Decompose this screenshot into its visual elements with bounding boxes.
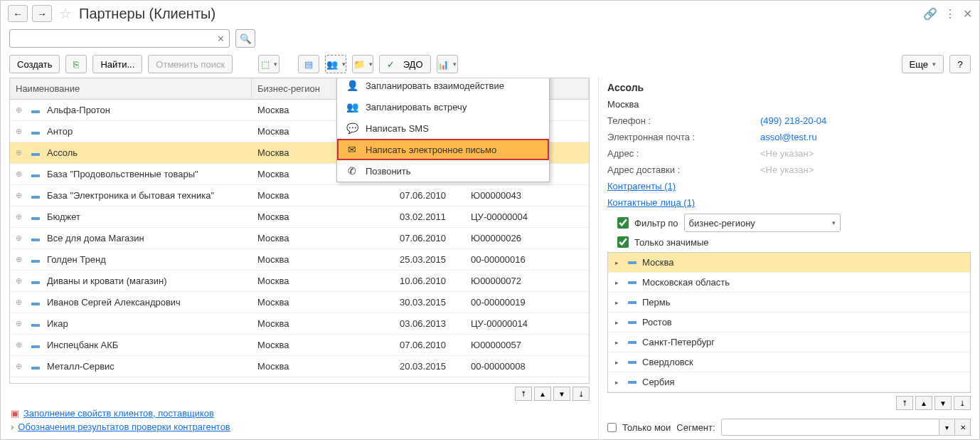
phone-icon: ✆ [346,165,358,177]
report-button[interactable]: 📊 [437,55,458,73]
expand-icon[interactable]: ⊕ [10,358,26,374]
search-button[interactable]: 🔍 [235,29,255,48]
people-icon: 👥 [346,101,358,112]
chevron-right-icon: ▸ [615,299,622,306]
list-button[interactable]: ▤ [298,55,319,73]
segment-clear-button[interactable]: ✕ [955,419,971,436]
copy-button[interactable]: ⎘ [65,55,87,73]
table-row[interactable]: ⊕Голден ТрендМосква25.03.201500-00000016 [10,249,589,271]
row-name: Икар [41,315,252,332]
table-row[interactable]: ⊕ИкарМосква03.06.2013ЦУ-00000014 [10,313,589,335]
region-item[interactable]: ▸Москва [608,253,970,273]
expand-icon[interactable]: ⊕ [10,102,26,118]
filter-by-select[interactable]: бизнес-региону [684,214,841,232]
expand-icon[interactable]: ⊕ [10,166,26,182]
expand-icon[interactable]: ⊕ [10,209,26,225]
region-nav-up[interactable]: ▲ [915,396,932,410]
region-item[interactable]: ▸Свердловск [608,352,970,372]
menu-plan-meeting[interactable]: 👥 Запланировать встречу [337,96,549,117]
expand-icon[interactable]: ⊕ [10,187,26,204]
edo-icon: ✓ [387,59,395,70]
menu-write-email[interactable]: ✉ Написать электронное письмо [337,139,549,160]
menu-call[interactable]: ✆ Позвонить [337,160,549,182]
copy-icon: ⎘ [73,59,79,70]
folder-button[interactable]: 📁 [352,55,373,73]
sms-icon: 💬 [346,122,358,134]
expand-icon[interactable]: ⊕ [10,251,26,268]
nav-up-button[interactable]: ▲ [534,387,551,401]
region-item[interactable]: ▸Сербия [608,372,970,392]
row-name: Иванов Сергей Александрович [41,293,252,311]
contacts-link[interactable]: Контактные лица (1) [607,197,971,208]
table-row[interactable]: ⊕Все для дома МагазинМосква07.06.2010Ю00… [10,228,589,249]
region-item[interactable]: ▸Пермь [608,293,970,313]
check-results-link[interactable]: Обозначения результатов проверки контраг… [18,421,230,432]
region-item[interactable]: ▸Санкт-Петербург [608,332,970,352]
region-nav-top[interactable]: ⤒ [896,396,913,410]
nav-down-button[interactable]: ▼ [553,387,570,401]
searchbar: ✕ 🔍 [1,26,979,51]
region-item[interactable]: ▸Московская область [608,273,970,293]
edo-button[interactable]: ✓ ЭДО [379,55,430,73]
segment-input[interactable] [721,419,939,436]
expand-icon[interactable]: ⊕ [10,230,26,246]
people-icon: 👥 [326,59,338,70]
table-row[interactable]: ⊕Инспецбанк АКБМосква07.06.2010Ю00000057 [10,335,589,356]
row-date: 07.06.2010 [394,187,465,204]
row-icon [26,251,41,268]
expand-icon[interactable]: ⊕ [10,273,26,289]
region-item[interactable]: ▸Ростов [608,313,970,332]
nav-top-button[interactable]: ⤒ [515,387,532,401]
table-row[interactable]: ⊕Диваны и кровати (магазин)Москва10.06.2… [10,271,589,292]
expand-icon[interactable]: ⊕ [10,294,26,310]
nav-bottom-button[interactable]: ⤓ [572,387,590,401]
delivery-value: <Не указан> [760,164,971,175]
clear-search-button[interactable]: ✕ [214,32,227,45]
only-significant-checkbox[interactable] [617,236,629,248]
menu-write-sms[interactable]: 💬 Написать SMS [337,117,549,139]
row-date: 03.02.2011 [394,208,465,226]
favorite-icon[interactable]: ☆ [59,5,72,22]
table-row[interactable]: ⊕Металл-СервисМосква20.03.201500-0000000… [10,356,589,377]
search-input[interactable] [9,29,230,48]
link-icon[interactable]: 🔗 [923,7,937,21]
expand-icon[interactable]: ⊕ [10,337,26,353]
table-row[interactable]: ⊕Иванов Сергей АлександровичМосква30.03.… [10,292,589,313]
label-address: Адрес : [607,148,760,159]
people-button[interactable]: 👥 [325,55,346,73]
row-code: Ю00000043 [465,187,589,204]
page-title: Партнеры (Клиенты) [79,6,919,22]
table-row[interactable]: ⊕База "Электроника и бытовая техника"Мос… [10,185,589,206]
forward-button[interactable]: → [32,5,52,22]
table-nav-buttons: ⤒ ▲ ▼ ⤓ [9,384,590,404]
expand-icon[interactable]: ⊕ [10,145,26,161]
folder-icon: 📁 [353,59,365,70]
fill-clients-link[interactable]: Заполнение свойств клиентов, поставщиков [23,408,214,419]
chevron-right-icon: ▸ [615,339,622,346]
region-nav-bottom[interactable]: ⤓ [954,396,971,410]
email-link[interactable]: assol@test.ru [760,132,817,142]
kebab-menu-icon[interactable]: ⋮ [944,7,956,21]
region-nav-down[interactable]: ▼ [934,396,952,410]
row-date: 03.06.2013 [394,315,465,332]
cancel-search-button[interactable]: Отменить поиск [148,55,233,73]
menu-plan-interaction[interactable]: 👤 Запланировать взаимодействие [337,78,549,96]
table-row[interactable]: ⊕БюджетМосква03.02.2011ЦУ-00000004 [10,206,589,228]
more-button[interactable]: Еще [902,55,944,73]
phone-link[interactable]: (499) 218-20-04 [760,115,826,126]
close-icon[interactable]: ✕ [963,7,972,21]
only-mine-checkbox[interactable] [607,423,617,432]
contragents-link[interactable]: Контрагенты (1) [607,181,971,192]
col-header-name[interactable]: Наименование [10,78,252,99]
tree-button[interactable]: ⬚ [258,55,279,73]
filter-by-checkbox[interactable] [617,217,629,229]
partners-table: Наименование Бизнес-регион ⊕Альфа-Протон… [9,78,590,384]
find-button[interactable]: Найти... [92,55,142,73]
chevron-right-icon: ▸ [615,379,622,386]
back-button[interactable]: ← [8,5,28,22]
segment-dropdown-button[interactable]: ▾ [939,419,955,436]
help-button[interactable]: ? [949,55,971,73]
create-button[interactable]: Создать [9,55,60,73]
expand-icon[interactable]: ⊕ [10,315,26,332]
expand-icon[interactable]: ⊕ [10,123,26,140]
